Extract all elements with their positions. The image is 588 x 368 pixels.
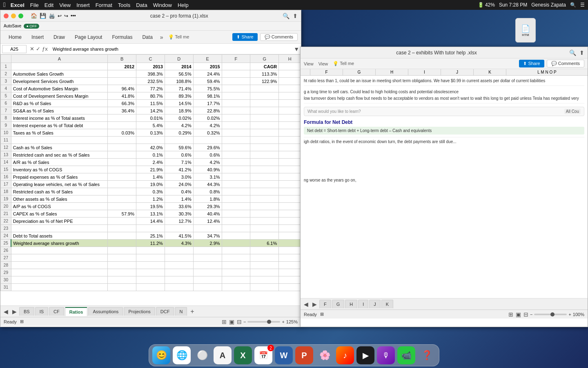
cell-h5[interactable]	[279, 92, 301, 100]
cell-b10[interactable]: 0.03%	[108, 129, 136, 137]
menu-insert[interactable]: Insert	[76, 2, 90, 8]
cell-h30[interactable]	[279, 276, 301, 284]
zoom-increase-icon[interactable]: +	[282, 319, 284, 324]
view-mode-icons[interactable]: ⊞ ▣ ⊟	[222, 319, 242, 325]
tab-data[interactable]: Data	[137, 32, 157, 43]
secondary-share-icon[interactable]: ⬆	[579, 49, 584, 56]
cell-c25[interactable]: 11.2%	[136, 240, 165, 247]
cell-a13[interactable]: Restricted cash and sec as % of Sales	[11, 151, 107, 159]
confirm-formula-icon[interactable]: ✓	[36, 46, 40, 52]
secondary-search-icon[interactable]: 🔍	[569, 49, 576, 56]
cell-e3[interactable]: 59.4%	[193, 78, 222, 85]
cell-c22[interactable]: 14.4%	[136, 218, 165, 225]
dock-excel[interactable]: X	[234, 346, 252, 364]
sec-view-tab[interactable]: View	[304, 61, 314, 66]
cell-f14[interactable]	[222, 159, 250, 166]
sec-col-g[interactable]: G	[343, 69, 376, 75]
cell-c3[interactable]: 232.5%	[136, 78, 165, 85]
sheet-tab-bs[interactable]: BS	[19, 307, 34, 316]
cell-b19[interactable]	[108, 195, 136, 203]
cell-h6[interactable]	[279, 100, 301, 107]
row-number-17[interactable]: 17	[1, 181, 11, 188]
cell-d16[interactable]: 3.0%	[165, 173, 193, 181]
cell-c1[interactable]: 2013	[136, 63, 165, 70]
cell-f11[interactable]	[222, 137, 250, 144]
cell-d10[interactable]: 0.29%	[165, 129, 193, 137]
tutor-search-box[interactable]: What would you like to learn? All Cou	[304, 107, 584, 116]
cell-e31[interactable]	[193, 284, 222, 291]
cell-b9[interactable]	[108, 122, 136, 129]
cell-f1[interactable]	[222, 63, 250, 70]
sec-nav-right[interactable]: ▶	[311, 301, 318, 307]
dock-powerpoint[interactable]: P	[295, 346, 313, 364]
cell-a21[interactable]: CAPEX as % of Sales	[11, 210, 107, 218]
cell-a27[interactable]	[11, 254, 107, 262]
cell-e8[interactable]: 0.02%	[193, 114, 222, 122]
normal-view-icon[interactable]: ⊞	[222, 319, 227, 325]
cell-b5[interactable]: 41.8%	[108, 92, 136, 100]
tab-insert[interactable]: Insert	[27, 32, 49, 43]
cell-g26[interactable]	[250, 247, 279, 254]
cell-c16[interactable]: 1.4%	[136, 173, 165, 181]
cell-f4[interactable]	[222, 85, 250, 92]
sheet-tab-n[interactable]: N	[175, 307, 187, 316]
cell-g23[interactable]	[250, 225, 279, 232]
cell-g9[interactable]	[250, 122, 279, 129]
secondary-view-icons[interactable]: ⊞ ▣ ⊟	[508, 311, 528, 318]
cell-e30[interactable]	[193, 276, 222, 284]
formula-input[interactable]	[51, 47, 292, 52]
cell-c24[interactable]: 25.1%	[136, 232, 165, 240]
share-doc-icon[interactable]: ⬆	[293, 13, 298, 19]
row-number-24[interactable]: 24	[1, 232, 11, 240]
row-number-9[interactable]: 9	[1, 122, 11, 129]
cell-c30[interactable]	[136, 276, 165, 284]
row-number-29[interactable]: 29	[1, 269, 11, 276]
sheet-tab-assumptions[interactable]: Assumptions	[88, 307, 123, 316]
cell-d4[interactable]: 71.4%	[165, 85, 193, 92]
cell-f22[interactable]	[222, 218, 250, 225]
sec-zoom-slider[interactable]	[534, 314, 567, 315]
cell-g18[interactable]	[250, 188, 279, 195]
cell-e16[interactable]: 3.1%	[193, 173, 222, 181]
cell-h20[interactable]	[279, 203, 301, 210]
secondary-comments-button[interactable]: 💬 Comments	[547, 60, 584, 67]
cell-e23[interactable]	[193, 225, 222, 232]
cell-e4[interactable]: 75.5%	[193, 85, 222, 92]
cell-f24[interactable]	[222, 232, 250, 240]
cancel-formula-icon[interactable]: ✕	[30, 46, 34, 52]
cell-g12[interactable]	[250, 144, 279, 151]
cell-b12[interactable]	[108, 144, 136, 151]
menu-view[interactable]: View	[59, 2, 71, 8]
cell-g27[interactable]	[250, 254, 279, 262]
cell-d11[interactable]	[165, 137, 193, 144]
sec-zoom-decrease[interactable]: −	[530, 312, 532, 317]
cell-g15[interactable]	[250, 166, 279, 173]
cell-a2[interactable]: Automotive Sales Growth	[11, 70, 107, 78]
cell-e29[interactable]	[193, 269, 222, 276]
cell-f7[interactable]	[222, 107, 250, 114]
cell-e24[interactable]: 34.7%	[193, 232, 222, 240]
cell-h9[interactable]	[279, 122, 301, 129]
cell-c27[interactable]	[136, 254, 165, 262]
cell-h3[interactable]	[279, 78, 301, 85]
cell-g19[interactable]	[250, 195, 279, 203]
cell-a4[interactable]: Cost of Automotive Sales Margin	[11, 85, 107, 92]
cell-c6[interactable]: 11.5%	[136, 100, 165, 107]
cell-g29[interactable]	[250, 269, 279, 276]
sec-tab-g[interactable]: G	[332, 300, 345, 308]
col-header-h[interactable]: H	[279, 55, 301, 63]
cell-e12[interactable]: 29.6%	[193, 144, 222, 151]
tutor-search-filter[interactable]: All Cou	[564, 109, 581, 114]
cell-g4[interactable]	[250, 85, 279, 92]
cell-f23[interactable]	[222, 225, 250, 232]
cell-b18[interactable]	[108, 188, 136, 195]
cell-a11[interactable]	[11, 137, 107, 144]
row-number-15[interactable]: 15	[1, 166, 11, 173]
cell-g21[interactable]	[250, 210, 279, 218]
cell-h27[interactable]	[279, 254, 301, 262]
cell-d2[interactable]: 56.5%	[165, 70, 193, 78]
maximize-button[interactable]	[18, 13, 23, 18]
cell-f17[interactable]	[222, 181, 250, 188]
cell-g10[interactable]	[250, 129, 279, 137]
cell-e14[interactable]: 4.2%	[193, 159, 222, 166]
